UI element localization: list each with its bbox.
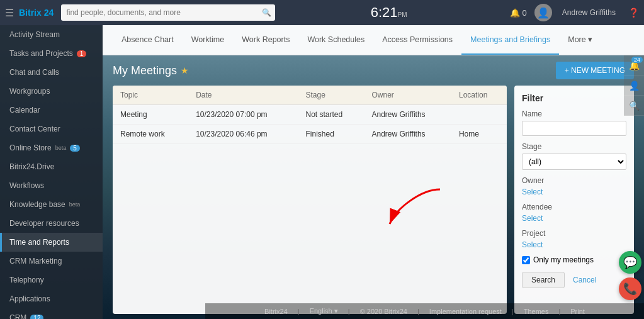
sidebar-label: CRM Marketing — [9, 257, 62, 266]
right-icons-panel: 🔔24 👤 🔍 — [624, 55, 644, 116]
filter-attendee-select[interactable]: Select — [522, 214, 626, 223]
table-row[interactable]: Remote work 10/23/2020 06:46 pm Finished… — [113, 125, 507, 144]
cell-stage: Not started — [298, 105, 364, 125]
topbar-icons: 🔔 0 👤 Andrew Griffiths ❓ — [510, 4, 639, 21]
sidebar-item-time-and-reports[interactable]: Time and Reports — [0, 233, 103, 252]
sidebar-item-applications[interactable]: Applications — [0, 289, 103, 308]
footer-sep5: | — [558, 308, 560, 315]
page-title: My Meetings ★ — [113, 64, 189, 77]
sidebar-label: Chat and Calls — [9, 68, 59, 77]
filter-buttons: Search Cancel — [522, 272, 626, 288]
content-area: Topic Date Stage Owner Location Meeting … — [103, 86, 644, 319]
sidebar-label: Applications — [9, 294, 50, 303]
sidebar-label: Online Store — [9, 143, 52, 152]
filter-owner-label: Owner — [522, 176, 626, 185]
sidebar-item-developer-resources[interactable]: Developer resources — [0, 214, 103, 233]
sidebar-sup: beta — [55, 145, 67, 151]
sidebar-label: Knowledge base — [9, 200, 65, 209]
cell-topic: Remote work — [113, 125, 188, 144]
sidebar-item-telephony[interactable]: Telephony — [0, 271, 103, 289]
favorite-star-icon[interactable]: ★ — [181, 65, 189, 76]
sidebar-label: Workgroups — [9, 87, 50, 96]
footer-themes[interactable]: Themes — [524, 308, 549, 315]
sidebar-badge: 1 — [77, 50, 87, 57]
sidebar-label: Calendar — [9, 106, 40, 115]
sidebar: Activity StreamTasks and Projects1Chat a… — [0, 25, 103, 319]
fab-green-button[interactable]: 💬 — [619, 251, 641, 274]
search-input[interactable] — [66, 8, 270, 17]
sidebar-label: CRM — [9, 313, 26, 319]
menu-icon[interactable]: ☰ — [5, 7, 14, 19]
footer-sep4: | — [512, 308, 514, 315]
right-notifications-icon[interactable]: 🔔24 — [624, 55, 644, 76]
notification-icon[interactable]: 🔔 0 — [510, 8, 527, 18]
sidebar-item-contact-center[interactable]: Contact Center — [0, 120, 103, 138]
sidebar-label: Workflows — [9, 181, 44, 190]
filter-only-my-checkbox[interactable] — [522, 256, 530, 264]
tab-work-reports[interactable]: Work Reports — [233, 25, 298, 55]
main-area: Absence ChartWorktimeWork ReportsWork Sc… — [103, 25, 644, 319]
sidebar-item-tasks-and-projects[interactable]: Tasks and Projects1 — [0, 44, 103, 63]
filter-owner-select[interactable]: Select — [522, 187, 626, 196]
tabbar: Absence ChartWorktimeWork ReportsWork Sc… — [103, 25, 644, 55]
right-search-icon[interactable]: 🔍 — [624, 96, 644, 116]
filter-project-select[interactable]: Select — [522, 240, 626, 249]
search-bar[interactable]: 🔍 — [61, 4, 275, 21]
sidebar-badge: 12 — [30, 315, 43, 320]
logo-text: Bitrix — [19, 8, 42, 18]
footer-print[interactable]: Print — [570, 308, 585, 315]
tab-work-schedules[interactable]: Work Schedules — [298, 25, 373, 55]
col-location: Location — [451, 86, 507, 105]
footer-sep2: | — [348, 308, 350, 315]
filter-title: Filter — [522, 93, 626, 103]
col-topic: Topic — [113, 86, 188, 105]
sidebar-label: Time and Reports — [9, 238, 69, 247]
footer-language[interactable]: English ▾ — [310, 307, 338, 315]
filter-only-my-label: Only my meetings — [533, 255, 594, 264]
time-display: 6:21 — [371, 4, 398, 21]
sidebar-item-activity-stream[interactable]: Activity Stream — [0, 25, 103, 44]
right-profile-icon[interactable]: 👤 — [624, 76, 644, 96]
filter-name-label: Name — [522, 109, 626, 118]
filter-search-button[interactable]: Search — [522, 272, 565, 288]
sidebar-item-bitrix24.drive[interactable]: Bitrix24.Drive — [0, 157, 103, 176]
filter-name-input[interactable] — [522, 121, 626, 136]
footer-sep1: | — [298, 308, 300, 315]
footer-copyright: © 2020 Bitrix24 — [360, 308, 407, 315]
meetings-table-container: Topic Date Stage Owner Location Meeting … — [113, 86, 507, 314]
footer-impl-request[interactable]: Implementation request — [429, 308, 502, 315]
sidebar-item-workgroups[interactable]: Workgroups — [0, 82, 103, 101]
logo-colored: 24 — [44, 8, 54, 18]
main-layout: Activity StreamTasks and Projects1Chat a… — [0, 25, 644, 319]
sidebar-item-crm[interactable]: CRM12 — [0, 308, 103, 319]
cell-stage: Finished — [298, 125, 364, 144]
username-label[interactable]: Andrew Griffiths — [562, 8, 616, 17]
help-icon[interactable]: ❓ — [628, 8, 639, 18]
page-title-text: My Meetings — [113, 64, 177, 77]
tab-meetings-and-briefings[interactable]: Meetings and Briefings — [461, 25, 559, 55]
new-meeting-button[interactable]: + NEW MEETING — [556, 62, 634, 79]
sidebar-item-online-store[interactable]: Online Storebeta5 — [0, 138, 103, 157]
avatar[interactable]: 👤 — [534, 4, 552, 21]
topbar: ☰ Bitrix24 🔍 6:21PM 🔔 0 👤 Andrew Griffit… — [0, 0, 644, 25]
tab-access-permissions[interactable]: Access Permissions — [373, 25, 461, 55]
sidebar-label: Telephony — [9, 276, 44, 284]
tab-absence-chart[interactable]: Absence Chart — [113, 25, 183, 55]
sidebar-label: Activity Stream — [9, 30, 60, 39]
sidebar-label: Bitrix24.Drive — [9, 162, 54, 171]
table-row[interactable]: Meeting 10/23/2020 07:00 pm Not started … — [113, 105, 507, 125]
filter-cancel-button[interactable]: Cancel — [570, 272, 599, 288]
filter-stage-label: Stage — [522, 142, 626, 151]
fab-red-button[interactable]: 📞 — [619, 277, 641, 300]
footer: Bitrix24 | English ▾ | © 2020 Bitrix24 |… — [205, 303, 644, 319]
sidebar-item-knowledge-base[interactable]: Knowledge basebeta — [0, 195, 103, 214]
filter-stage-select[interactable]: (all)Not startedIn ProgressFinished — [522, 154, 626, 170]
sidebar-item-workflows[interactable]: Workflows — [0, 176, 103, 195]
sidebar-item-calendar[interactable]: Calendar — [0, 101, 103, 120]
tab-more-▾[interactable]: More ▾ — [559, 25, 601, 55]
sidebar-item-chat-and-calls[interactable]: Chat and Calls — [0, 63, 103, 82]
tab-worktime[interactable]: Worktime — [183, 25, 234, 55]
footer-brand: Bitrix24 — [264, 308, 288, 315]
sidebar-item-crm-marketing[interactable]: CRM Marketing — [0, 252, 103, 271]
cell-topic: Meeting — [113, 105, 188, 125]
